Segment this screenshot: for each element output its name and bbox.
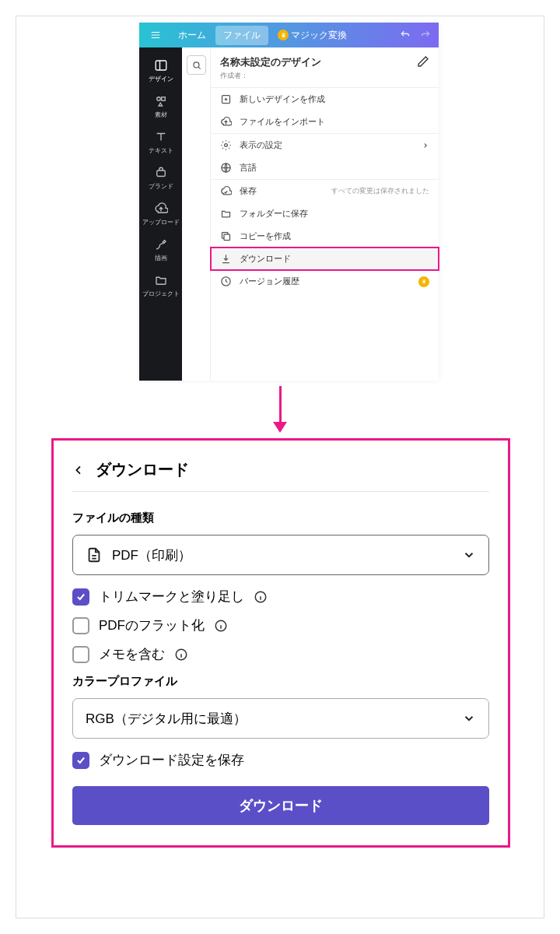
file-icon [86, 546, 103, 564]
menu-view-settings[interactable]: 表示の設定 [211, 134, 439, 156]
svg-point-4 [193, 61, 198, 67]
sidebar-label: 描画 [155, 254, 167, 262]
checkbox-icon [72, 752, 89, 769]
home-button[interactable]: ホーム [170, 26, 214, 45]
svg-rect-3 [156, 170, 165, 177]
svg-rect-8 [224, 234, 230, 241]
menu-label: ファイルをインポート [240, 116, 325, 128]
color-profile-label: カラープロファイル [72, 674, 489, 689]
sidebar-item-brand[interactable]: ブランド [139, 160, 182, 195]
menu-label: フォルダーに保存 [240, 208, 308, 219]
info-icon[interactable] [214, 619, 228, 633]
option-save-settings[interactable]: ダウンロード設定を保存 [72, 751, 489, 769]
save-status: すべての変更は保存されました [331, 186, 429, 196]
file-dropdown: 名称未設定のデザイン 作成者： 新しいデザインを作成 ファイルをインポート [211, 47, 439, 381]
menu-label: バージョン履歴 [240, 276, 299, 287]
chevron-down-icon [462, 548, 476, 562]
edit-icon[interactable] [417, 55, 429, 68]
option-notes[interactable]: メモを含む [72, 645, 489, 663]
file-type-select[interactable]: PDF（印刷） [72, 535, 489, 575]
sidebar-label: テキスト [149, 146, 173, 155]
sidebar-item-upload[interactable]: アップロード [139, 195, 182, 231]
color-profile-select[interactable]: RGB（デジタル用に最適） [72, 698, 489, 739]
option-label: トリムマークと塗り足し [99, 588, 244, 606]
menu-new-design[interactable]: 新しいデザインを作成 [211, 88, 439, 111]
menu-label: 表示の設定 [240, 139, 282, 151]
file-type-value: PDF（印刷） [112, 546, 191, 564]
file-button[interactable]: ファイル [215, 26, 268, 45]
crown-icon: ♛ [278, 30, 289, 40]
menu-label: コピーを作成 [240, 230, 291, 242]
sidebar-item-draw[interactable]: 描画 [139, 231, 182, 267]
menu-label: 保存 [240, 185, 257, 197]
option-flatten[interactable]: PDFのフラット化 [72, 616, 489, 634]
svg-rect-2 [161, 97, 165, 101]
undo-button[interactable] [395, 26, 415, 44]
menu-label: 新しいデザインを作成 [240, 93, 325, 105]
download-button[interactable]: ダウンロード [72, 786, 489, 825]
menu-save-folder[interactable]: フォルダーに保存 [211, 202, 439, 225]
svg-rect-0 [156, 61, 166, 70]
sidebar-label: デザイン [149, 75, 173, 83]
option-label: ダウンロード設定を保存 [99, 751, 244, 769]
download-panel: ダウンロード ファイルの種類 PDF（印刷） トリムマークと塗り足し PDFのフ… [51, 438, 510, 848]
search-strip [182, 47, 211, 381]
search-button[interactable] [187, 55, 206, 75]
crown-icon: ♛ [418, 276, 429, 287]
redo-button[interactable] [415, 26, 436, 44]
flow-arrow [272, 386, 288, 433]
sidebar-label: ブランド [149, 182, 173, 191]
sidebar-item-elements[interactable]: 素材 [139, 88, 182, 124]
magic-convert-button[interactable]: ♛ マジック変換 [270, 26, 355, 45]
sidebar-item-projects[interactable]: プロジェクト [139, 267, 182, 303]
sidebar-label: プロジェクト [142, 290, 180, 298]
app-window: ホーム ファイル ♛ マジック変換 デザイン 素 [139, 23, 439, 381]
info-icon[interactable] [174, 648, 188, 662]
menu-import[interactable]: ファイルをインポート [211, 111, 439, 133]
option-trim-marks[interactable]: トリムマークと塗り足し [72, 588, 489, 606]
chevron-down-icon [462, 711, 476, 725]
option-label: PDFのフラット化 [99, 616, 205, 634]
menu-version[interactable]: バージョン履歴 ♛ [211, 270, 439, 293]
checkbox-icon [72, 646, 89, 663]
svg-point-1 [156, 97, 160, 101]
menu-label: 言語 [240, 162, 257, 174]
svg-point-6 [225, 144, 228, 147]
panel-title: ダウンロード [96, 459, 189, 480]
checkbox-icon [72, 588, 89, 606]
menu-copy[interactable]: コピーを作成 [211, 225, 439, 248]
left-sidebar: デザイン 素材 テキスト ブランド アップロード [139, 47, 182, 381]
sidebar-item-text[interactable]: テキスト [139, 124, 182, 160]
author-label: 作成者： [220, 71, 321, 81]
menu-download[interactable]: ダウンロード [211, 248, 439, 270]
option-label: メモを含む [99, 645, 165, 663]
menu-save[interactable]: 保存 すべての変更は保存されました [211, 180, 439, 202]
menu-language[interactable]: 言語 [211, 156, 439, 179]
color-profile-value: RGB（デジタル用に最適） [86, 710, 247, 728]
design-title: 名称未設定のデザイン [220, 55, 321, 69]
top-bar: ホーム ファイル ♛ マジック変換 [139, 23, 439, 47]
info-icon[interactable] [254, 590, 268, 604]
magic-label: マジック変換 [291, 29, 347, 42]
checkbox-icon [72, 617, 89, 634]
sidebar-item-design[interactable]: デザイン [139, 52, 182, 88]
menu-button[interactable] [142, 26, 169, 44]
sidebar-label: 素材 [155, 111, 167, 119]
menu-label: ダウンロード [240, 253, 291, 265]
chevron-right-icon [422, 142, 429, 149]
file-type-label: ファイルの種類 [72, 511, 489, 525]
sidebar-label: アップロード [142, 218, 180, 226]
back-icon[interactable] [72, 464, 85, 476]
